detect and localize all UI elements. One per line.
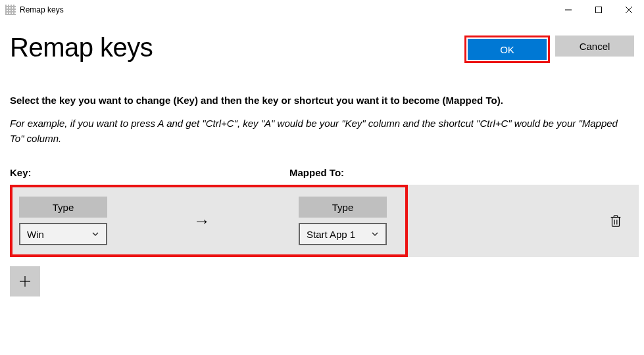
cancel-button[interactable]: Cancel xyxy=(555,36,634,57)
window-controls xyxy=(553,0,644,20)
app-icon xyxy=(5,5,16,15)
mapped-select-value: Start App 1 xyxy=(307,229,371,240)
chevron-down-icon xyxy=(91,229,99,240)
maximize-button[interactable] xyxy=(583,0,614,20)
mapped-select[interactable]: Start App 1 xyxy=(299,223,387,245)
page-title: Remap keys xyxy=(10,33,153,62)
key-select-value: Win xyxy=(27,229,91,240)
ok-highlight: OK xyxy=(464,36,550,63)
delete-row-button[interactable] xyxy=(608,214,623,228)
ok-button[interactable]: OK xyxy=(468,39,547,60)
key-type-button[interactable]: Type xyxy=(19,197,107,218)
arrow-right-icon: → xyxy=(193,212,211,229)
svg-rect-1 xyxy=(596,7,602,13)
window-title: Remap keys xyxy=(20,5,64,14)
minimize-button[interactable] xyxy=(553,0,583,20)
plus-icon xyxy=(18,275,32,288)
close-button[interactable] xyxy=(614,0,644,20)
titlebar: Remap keys xyxy=(0,0,644,20)
add-row-button[interactable] xyxy=(10,266,40,296)
example-text: For example, if you want to press A and … xyxy=(10,116,628,146)
chevron-down-icon xyxy=(371,229,379,240)
column-header-mapped: Mapped To: xyxy=(289,167,344,178)
column-header-key: Key: xyxy=(10,167,289,178)
key-select[interactable]: Win xyxy=(19,223,107,245)
mapped-type-button[interactable]: Type xyxy=(299,197,387,218)
instruction-text: Select the key you want to change (Key) … xyxy=(10,95,634,106)
remap-row: Type Win → Type Start App 1 xyxy=(10,185,639,257)
